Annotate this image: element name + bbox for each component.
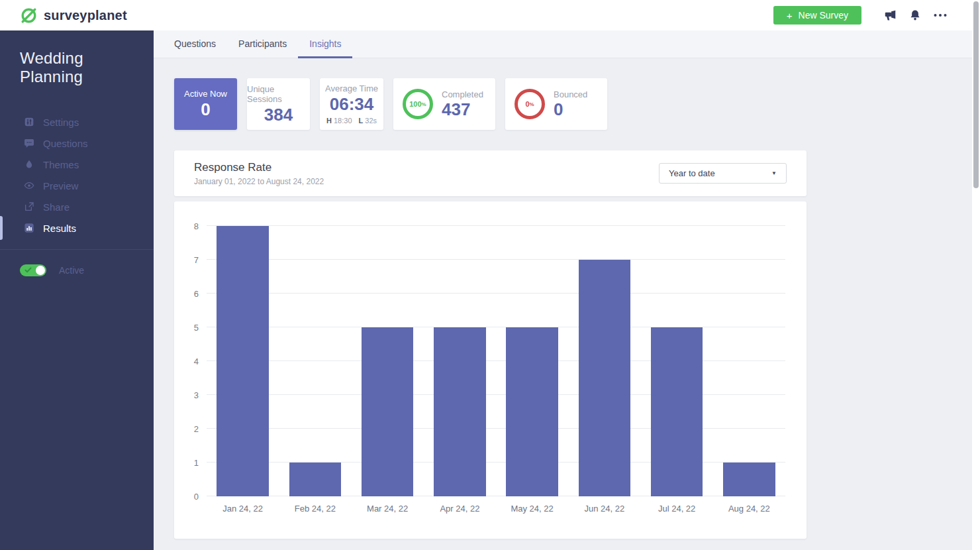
stat-card-average-time: Average Time 06:34 H 18:30 L 32s — [320, 78, 383, 130]
completed-progress-ring: 100% — [403, 89, 433, 119]
y-axis-tick-label: 3 — [194, 390, 199, 400]
bar-Jun 24, 22[interactable] — [579, 260, 631, 496]
bar-Aug 24, 22[interactable] — [723, 463, 775, 496]
x-axis-tick-label: Jun 24, 22 — [568, 504, 640, 514]
brand-name: surveyplanet — [44, 8, 127, 23]
sidebar-item-label: Settings — [43, 117, 79, 128]
x-axis-tick-label: Aug 24, 22 — [713, 504, 785, 514]
sidebar-item-themes[interactable]: Themes — [0, 154, 154, 175]
plus-icon: + — [787, 11, 793, 21]
percent-unit: % — [422, 101, 426, 107]
new-survey-label: New Survey — [799, 10, 848, 21]
bar-slot — [641, 226, 713, 496]
bar-Jan 24, 22[interactable] — [217, 226, 269, 496]
preview-eye-icon — [24, 180, 34, 191]
survey-title: Wedding Planning — [20, 49, 134, 86]
sidebar-item-results[interactable]: Results — [0, 217, 154, 239]
tab-insights[interactable]: Insights — [298, 30, 352, 58]
y-axis-tick-label: 6 — [194, 289, 199, 299]
surveyplanet-logo-icon — [20, 7, 38, 25]
themes-droplet-icon — [24, 159, 34, 170]
y-axis-tick-label: 5 — [194, 323, 199, 333]
bar-Jul 24, 22[interactable] — [651, 327, 703, 496]
scrollbar-thumb[interactable] — [973, 1, 979, 188]
stat-label: Bounced — [554, 89, 587, 99]
topbar-actions: + New Survey — [773, 6, 947, 25]
bar-slot — [424, 226, 496, 496]
bar-slot — [568, 226, 640, 496]
bar-slot — [496, 226, 568, 496]
toggle-knob — [36, 266, 45, 275]
x-axis-tick-label: May 24, 22 — [496, 504, 568, 514]
bar-slot — [279, 226, 351, 496]
new-survey-button[interactable]: + New Survey — [773, 6, 861, 25]
y-axis-tick-label: 4 — [194, 357, 199, 366]
sidebar-item-questions[interactable]: Questions — [0, 133, 154, 154]
x-axis-tick-label: Apr 24, 22 — [424, 504, 496, 514]
bar-Feb 24, 22[interactable] — [289, 463, 342, 496]
survey-active-toggle[interactable] — [20, 264, 46, 276]
chevron-down-icon: ▼ — [771, 170, 777, 176]
low-key: L — [359, 117, 364, 125]
bounced-progress-ring: 0% — [514, 89, 545, 119]
stat-card-unique-sessions: Unique Sessions 384 — [247, 78, 310, 130]
survey-active-toggle-row: Active — [20, 264, 154, 276]
bar-May 24, 22[interactable] — [506, 327, 558, 496]
low-value: 32s — [365, 117, 377, 125]
chart-x-axis-labels: Jan 24, 22Feb 24, 22Mar 24, 22Apr 24, 22… — [207, 504, 785, 514]
bar-slot — [713, 226, 785, 496]
sidebar-item-label: Results — [43, 223, 76, 234]
stats-row: Active Now 0 Unique Sessions 384 Average… — [174, 78, 972, 130]
notifications-bell-icon[interactable] — [909, 9, 921, 21]
sidebar-item-label: Questions — [43, 138, 88, 149]
sidebar-item-label: Themes — [43, 159, 79, 170]
active-item-indicator — [0, 216, 3, 240]
sidebar-nav: Settings Questions Themes — [0, 111, 154, 239]
stat-label: Average Time — [325, 83, 378, 93]
tab-questions[interactable]: Questions — [163, 30, 227, 58]
y-axis-tick-label: 1 — [194, 458, 199, 468]
stat-label: Active Now — [184, 89, 227, 99]
sidebar-item-preview[interactable]: Preview — [0, 175, 154, 196]
stat-value: 0 — [201, 100, 210, 119]
stat-value: 437 — [442, 100, 470, 119]
y-axis-tick-label: 2 — [194, 424, 199, 434]
bar-slot — [352, 226, 424, 496]
stat-value: 06:34 — [330, 95, 374, 114]
sidebar-item-label: Share — [43, 201, 70, 213]
main-area: Questions Participants Insights Active N… — [154, 30, 972, 550]
date-range-select[interactable]: Year to date ▼ — [659, 163, 787, 184]
response-rate-chart-panel: 012345678 Jan 24, 22Feb 24, 22Mar 24, 22… — [174, 201, 807, 539]
announcements-megaphone-icon[interactable] — [884, 10, 897, 21]
bar-Apr 24, 22[interactable] — [434, 327, 486, 496]
stat-label: Unique Sessions — [247, 84, 310, 104]
high-value: 18:30 — [334, 117, 352, 125]
survey-tabbar: Questions Participants Insights — [154, 30, 972, 58]
sidebar-item-settings[interactable]: Settings — [0, 111, 154, 133]
stat-label: Completed — [442, 89, 483, 99]
results-chart-icon — [24, 223, 34, 233]
y-axis-tick-label: 0 — [194, 492, 199, 502]
response-rate-date-range: January 01, 2022 to August 24, 2022 — [194, 177, 324, 186]
stat-value: 0 — [554, 100, 563, 119]
share-export-icon — [24, 201, 34, 212]
x-axis-tick-label: Jan 24, 22 — [207, 504, 279, 514]
check-icon — [24, 267, 32, 273]
brand-logo[interactable]: surveyplanet — [20, 7, 127, 25]
bar-Mar 24, 22[interactable] — [362, 327, 414, 496]
more-options-ellipsis-icon[interactable] — [934, 13, 947, 17]
insights-content: Active Now 0 Unique Sessions 384 Average… — [154, 58, 972, 539]
app-window: surveyplanet + New Survey — [0, 0, 980, 550]
high-low-row: H 18:30 L 32s — [326, 117, 377, 125]
tab-participants[interactable]: Participants — [227, 30, 298, 58]
stat-value: 384 — [264, 105, 293, 125]
stat-card-active-now: Active Now 0 — [174, 78, 237, 130]
page-scrollbar — [972, 0, 980, 550]
sidebar-item-share[interactable]: Share — [0, 196, 154, 217]
sidebar-item-label: Preview — [43, 180, 78, 192]
chart-plot[interactable]: 012345678 — [207, 226, 785, 496]
response-rate-title: Response Rate — [194, 161, 324, 174]
bar-slot — [207, 226, 279, 496]
percent-unit: % — [530, 101, 534, 107]
settings-icon — [24, 117, 34, 127]
